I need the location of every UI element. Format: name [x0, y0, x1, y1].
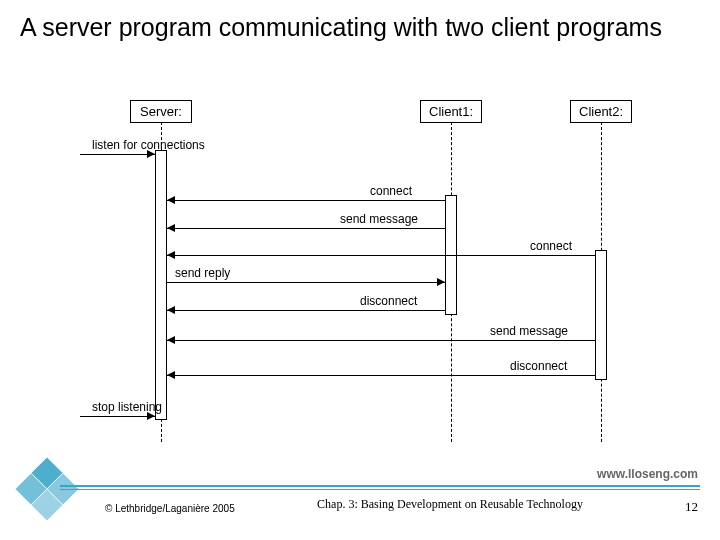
label-sendmsg2: send message [490, 324, 568, 338]
label-disconnect1: disconnect [360, 294, 417, 308]
label-connect1: connect [370, 184, 412, 198]
arrow-disconnect1 [167, 310, 445, 311]
label-stop: stop listening [92, 400, 162, 414]
arrowhead-disconnect2-icon [167, 371, 175, 379]
footer-rule2 [60, 489, 700, 490]
arrowhead-disconnect1-icon [167, 306, 175, 314]
arrowhead-reply-icon [437, 278, 445, 286]
arrow-sendmsg2 [167, 340, 595, 341]
website-label: www.lloseng.com [597, 467, 698, 481]
arrow-connect1 [167, 200, 445, 201]
participant-server: Server: [130, 100, 192, 123]
footer-rule [60, 485, 700, 487]
arrowhead-sendmsg2-icon [167, 336, 175, 344]
arrow-listen [80, 154, 155, 155]
participant-client1: Client1: [420, 100, 482, 123]
arrowhead-sendmsg1-icon [167, 224, 175, 232]
arrowhead-connect2-icon [167, 251, 175, 259]
arrow-sendmsg1 [167, 228, 445, 229]
activation-server [155, 150, 167, 420]
label-listen: listen for connections [92, 138, 205, 152]
label-reply: send reply [175, 266, 230, 280]
page-number: 12 [685, 499, 698, 515]
slide-title: A server program communicating with two … [0, 0, 720, 43]
arrow-stop [80, 416, 155, 417]
activation-client2 [595, 250, 607, 380]
arrow-reply [167, 282, 445, 283]
copyright-label: © Lethbridge/Laganière 2005 [105, 503, 235, 514]
chapter-label: Chap. 3: Basing Development on Reusable … [310, 497, 590, 512]
sequence-diagram: Server: Client1: Client2: listen for con… [60, 100, 680, 450]
label-connect2: connect [530, 239, 572, 253]
footer: www.lloseng.com © Lethbridge/Laganière 2… [0, 485, 720, 540]
label-sendmsg1: send message [340, 212, 418, 226]
arrow-connect2 [167, 255, 595, 256]
participant-client2: Client2: [570, 100, 632, 123]
arrow-disconnect2 [167, 375, 595, 376]
arrowhead-connect1-icon [167, 196, 175, 204]
label-disconnect2: disconnect [510, 359, 567, 373]
